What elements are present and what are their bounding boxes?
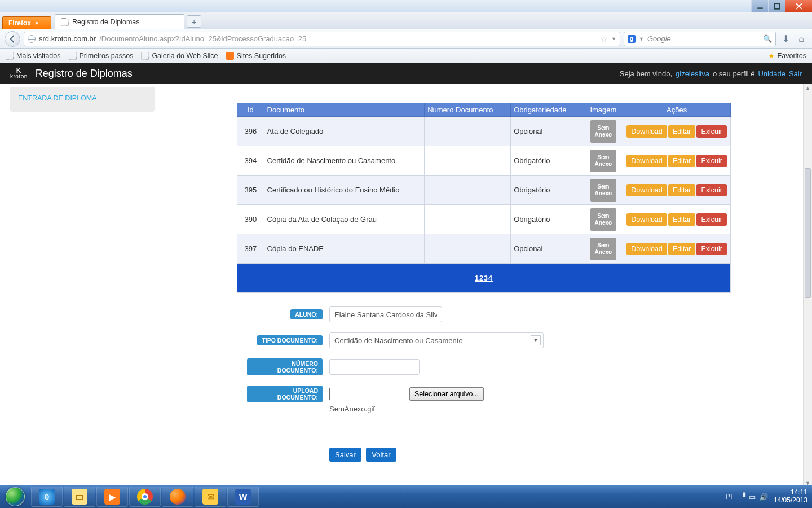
- chrome-icon: [137, 489, 153, 505]
- tray-action-center-icon[interactable]: ▭: [749, 493, 756, 501]
- bookmark-label: Galeria do Web Slice: [152, 52, 218, 60]
- cell-numero: [425, 117, 511, 146]
- taskbar-chrome[interactable]: [129, 487, 161, 507]
- th-obrigatoriedade: Obrigatoriedade: [511, 103, 584, 117]
- new-tab-button[interactable]: +: [187, 15, 201, 28]
- file-select-button[interactable]: Selecionar arquivo...: [409, 387, 484, 401]
- window-close-button[interactable]: [785, 0, 812, 12]
- logout-link[interactable]: Sair: [789, 69, 802, 78]
- bookmark-web-slice[interactable]: Galeria do Web Slice: [141, 52, 218, 60]
- svg-rect-1: [774, 3, 780, 9]
- nav-back-button[interactable]: [5, 31, 20, 47]
- unit-link[interactable]: Unidade: [758, 69, 785, 78]
- url-history-chevron-icon[interactable]: ▼: [611, 36, 616, 42]
- edit-button[interactable]: Editar: [668, 184, 696, 196]
- scrollbar-thumb[interactable]: [805, 168, 811, 298]
- bookmark-suggested-sites[interactable]: Sites Sugeridos: [226, 52, 286, 60]
- cell-id: 394: [237, 146, 264, 176]
- tray-volume-icon[interactable]: 🔊: [759, 493, 768, 501]
- download-button[interactable]: Download: [626, 155, 667, 167]
- th-acoes: Ações: [623, 103, 731, 117]
- search-engine-chevron-icon[interactable]: ▼: [639, 36, 644, 42]
- url-bar[interactable]: srd.kroton.com.br/DocumentoAluno.aspx?Id…: [24, 32, 620, 46]
- no-attachment-badge: SemAnexo: [590, 150, 616, 172]
- outlook-icon: ✉: [202, 489, 218, 505]
- sidebar-link-entrada-diploma[interactable]: ENTRADA DE DIPLOMA: [18, 94, 97, 102]
- tray-flag-icon[interactable]: ▝: [740, 493, 745, 501]
- window-minimize-button[interactable]: [751, 0, 768, 12]
- delete-button[interactable]: Exlcuir: [696, 155, 727, 167]
- window-maximize-button[interactable]: [768, 0, 785, 12]
- download-button[interactable]: Download: [626, 125, 667, 138]
- bookmarks-favorites-button[interactable]: ★Favoritos: [768, 51, 806, 60]
- numero-documento-input[interactable]: [329, 359, 420, 375]
- table-row: 394Certidão de Nascimento ou CasamentoOb…: [237, 146, 731, 176]
- delete-button[interactable]: Exlcuir: [696, 184, 727, 196]
- welcome-text: Seja bem vindo,: [620, 69, 672, 78]
- firefox-menu-button[interactable]: Firefox: [2, 16, 51, 29]
- edit-button[interactable]: Editar: [668, 125, 696, 138]
- bookmark-star-icon[interactable]: ☆: [601, 34, 608, 43]
- browser-navbar: srd.kroton.com.br/DocumentoAluno.aspx?Id…: [0, 29, 812, 49]
- taskbar-ie[interactable]: e: [31, 487, 63, 507]
- url-path: /DocumentoAluno.aspx?IdAluno=25&idProces…: [99, 34, 306, 43]
- edit-button[interactable]: Editar: [668, 243, 696, 255]
- downloads-icon[interactable]: ⬇: [779, 33, 792, 44]
- chevron-down-icon: ▼: [531, 335, 541, 345]
- divider: [247, 436, 664, 436]
- cell-imagem: SemAnexo: [584, 234, 623, 264]
- delete-button[interactable]: Exlcuir: [696, 125, 727, 138]
- cell-numero: [425, 146, 511, 176]
- cell-acoes: DownloadEditarExlcuir: [623, 234, 731, 264]
- download-button[interactable]: Download: [626, 213, 667, 226]
- cell-numero: [425, 234, 511, 264]
- no-attachment-badge: SemAnexo: [590, 179, 616, 202]
- bookmark-label: Favoritos: [778, 52, 806, 60]
- table-row: 390Cópia da Ata de Colação de GrauObriga…: [237, 205, 731, 234]
- back-button[interactable]: Voltar: [366, 448, 396, 462]
- search-icon[interactable]: 🔍: [763, 34, 772, 43]
- bookmark-most-visited[interactable]: Mais visitados: [6, 52, 61, 60]
- taskbar-outlook[interactable]: ✉: [195, 487, 226, 507]
- edit-button[interactable]: Editar: [668, 213, 696, 226]
- windows-taskbar: e 🗀 ▶ ✉ W PT ▝ ▭ 🔊 14:11 14/05/2013: [0, 485, 812, 508]
- tray-clock[interactable]: 14:11 14/05/2013: [774, 489, 807, 505]
- url-host: srd.kroton.com.br: [39, 34, 96, 43]
- table-pager[interactable]: 1234: [237, 264, 731, 293]
- delete-button[interactable]: Exlcuir: [696, 243, 727, 255]
- cell-documento: Ata de Colegiado: [264, 117, 425, 146]
- search-box[interactable]: g ▼ Google 🔍: [624, 32, 776, 46]
- cell-id: 395: [237, 176, 264, 205]
- tab-favicon-placeholder: [61, 18, 69, 26]
- cell-imagem: SemAnexo: [584, 117, 623, 146]
- browser-tabstrip: Firefox Registro de Diplomas +: [0, 12, 812, 29]
- tray-language[interactable]: PT: [726, 493, 734, 501]
- save-button[interactable]: Salvar: [329, 448, 361, 462]
- th-numero: Numero Documento: [425, 103, 511, 117]
- user-link[interactable]: gizelesilva: [676, 69, 709, 78]
- download-button[interactable]: Download: [626, 184, 667, 196]
- taskbar-word[interactable]: W: [227, 487, 259, 507]
- edit-button[interactable]: Editar: [668, 155, 696, 167]
- home-icon[interactable]: ⌂: [795, 34, 807, 44]
- vertical-scrollbar[interactable]: ▲ ▼: [803, 84, 812, 488]
- taskbar-firefox[interactable]: [162, 487, 193, 507]
- browser-tab-active[interactable]: Registro de Diplomas: [55, 14, 184, 29]
- start-button[interactable]: [0, 485, 30, 508]
- taskbar-explorer[interactable]: 🗀: [64, 487, 95, 507]
- bookmark-first-steps[interactable]: Primeiros passos: [69, 52, 134, 60]
- page-title: Registro de Diplomas: [36, 68, 133, 80]
- brand-logo[interactable]: Kkroton: [10, 67, 28, 80]
- delete-button[interactable]: Exlcuir: [696, 213, 727, 226]
- cell-imagem: SemAnexo: [584, 146, 623, 176]
- label-upload-documento: UPLOAD DOCUMENTO:: [247, 386, 323, 402]
- scroll-up-arrow-icon[interactable]: ▲: [804, 84, 812, 93]
- word-icon: W: [235, 489, 251, 505]
- download-button[interactable]: Download: [626, 243, 667, 255]
- tipo-documento-select[interactable]: Certidão de Nascimento ou Casamento ▼: [329, 332, 544, 348]
- taskbar-media[interactable]: ▶: [96, 487, 128, 507]
- table-row: 397Cópia do ENADEOpcionalSemAnexoDownloa…: [237, 234, 731, 264]
- cell-acoes: DownloadEditarExlcuir: [623, 117, 731, 146]
- cell-obrigatoriedade: Obrigatório: [511, 146, 584, 176]
- pager-pages[interactable]: 1234: [475, 274, 493, 282]
